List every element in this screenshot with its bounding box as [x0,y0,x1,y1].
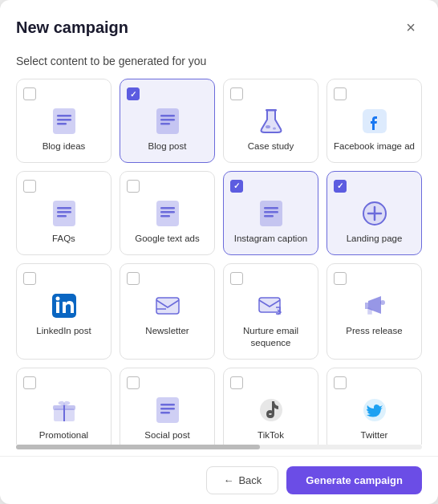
card-label-linkedin-post: LinkedIn post [23,325,104,337]
close-button[interactable]: × [399,16,422,39]
svg-point-12 [273,128,276,130]
checkbox-case-study[interactable] [230,87,243,100]
card-label-promo-2: Social post [127,429,208,441]
card-label-faqs: FAQs [23,233,104,245]
checkbox-newsletter[interactable] [127,272,140,285]
svg-rect-27 [264,211,278,213]
card-linkedin-post[interactable]: LinkedIn post [16,263,112,360]
card-label-instagram-caption: Instagram caption [230,233,311,245]
svg-rect-15 [53,201,75,226]
card-label-case-study: Case study [230,140,311,152]
svg-rect-2 [57,115,71,117]
card-label-press-release: Press release [334,325,415,337]
checkbox-press-release[interactable] [334,272,347,285]
new-campaign-modal: New campaign × Select content to be gene… [0,0,438,504]
horizontal-scrollbar[interactable] [16,445,422,449]
card-label-promo-1: Promotional [23,429,104,441]
svg-rect-17 [57,211,71,213]
svg-point-41 [380,300,385,305]
card-label-nurture-email: Nurture email sequence [230,325,311,349]
svg-rect-7 [160,115,175,117]
checkbox-twitter[interactable] [334,376,347,389]
card-label-blog-post: Blog post [127,140,208,152]
card-blog-post[interactable]: Blog post [120,79,215,163]
card-promo-2[interactable]: Social post [120,368,215,445]
card-google-text-ads[interactable]: Google text ads [120,171,215,255]
checkbox-nurture-email[interactable] [230,272,243,285]
card-newsletter[interactable]: Newsletter [120,263,215,360]
svg-rect-20 [156,201,179,226]
megaphone-icon [334,291,415,320]
facebook-icon [334,107,415,136]
back-label: Back [238,474,262,486]
svg-rect-21 [160,207,175,209]
card-label-landing-page: Landing page [334,233,415,245]
card-tiktok[interactable]: TikTok [223,368,318,445]
card-instagram-caption[interactable]: Instagram caption [223,171,318,255]
back-button[interactable]: ← Back [206,466,278,494]
svg-rect-8 [160,119,175,121]
svg-rect-46 [156,397,179,423]
svg-rect-1 [53,108,75,134]
svg-rect-16 [57,207,71,209]
generate-campaign-button[interactable]: Generate campaign [286,466,422,494]
checkbox-blog-post[interactable] [127,87,140,100]
card-press-release[interactable]: Press release [326,263,422,360]
checkbox-landing-page[interactable] [334,180,347,193]
svg-rect-28 [264,215,274,217]
svg-rect-25 [260,201,282,226]
checkbox-faqs[interactable] [23,180,36,193]
checkbox-blog-ideas[interactable] [23,87,36,100]
svg-rect-9 [160,123,170,125]
svg-rect-3 [57,119,71,121]
card-label-blog-ideas: Blog ideas [23,140,104,152]
gift-icon [23,396,104,425]
card-landing-page[interactable]: Landing page [326,171,422,255]
back-arrow-icon: ← [223,474,233,486]
svg-point-35 [55,296,59,300]
modal-footer: ← Back Generate campaign [0,456,438,504]
twitter-icon [334,396,415,425]
checkbox-facebook-image-ad[interactable] [334,87,347,100]
svg-rect-26 [264,207,278,209]
document-lines-icon [127,107,208,136]
checkbox-linkedin-post[interactable] [23,272,36,285]
content-grid: Blog ideas Blog post Case study Facebook… [16,79,422,445]
svg-rect-47 [160,404,175,406]
card-label-newsletter: Newsletter [127,325,208,337]
flask-icon [230,107,311,136]
card-twitter[interactable]: Twitter [326,368,422,445]
document-lines-icon [23,199,104,228]
svg-rect-4 [57,123,67,125]
circle-plus-icon [334,199,415,228]
checkbox-instagram-caption[interactable] [230,180,243,193]
card-nurture-email[interactable]: Nurture email sequence [223,263,318,360]
checkbox-promo-2[interactable] [127,376,140,389]
modal-title: New campaign [16,18,128,37]
card-faqs[interactable]: FAQs [16,171,112,255]
modal-header: New campaign × [0,0,438,48]
svg-rect-18 [57,215,67,217]
card-label-google-text-ads: Google text ads [127,233,208,245]
card-label-tiktok: TikTok [230,429,311,441]
newsletter-icon [127,291,208,320]
card-label-facebook-image-ad: Facebook image ad [334,140,415,152]
svg-rect-49 [160,412,170,414]
svg-rect-6 [156,108,179,134]
svg-rect-34 [56,302,59,313]
checkbox-google-text-ads[interactable] [127,180,140,193]
card-facebook-image-ad[interactable]: Facebook image ad [326,79,422,163]
tiktok-icon [230,396,311,425]
card-case-study[interactable]: Case study [223,79,318,163]
svg-rect-23 [160,215,170,217]
checkbox-promo-1[interactable] [23,376,36,389]
content-area: Blog ideas Blog post Case study Facebook… [0,79,438,445]
modal-subtitle: Select content to be generated for you [0,48,438,79]
card-promo-1[interactable]: Promotional [16,368,112,445]
email-icon [230,291,311,320]
svg-rect-48 [160,408,175,410]
svg-rect-39 [259,298,280,312]
checkbox-tiktok[interactable] [230,376,243,389]
card-blog-ideas[interactable]: Blog ideas [16,79,112,163]
svg-rect-10 [266,109,277,112]
